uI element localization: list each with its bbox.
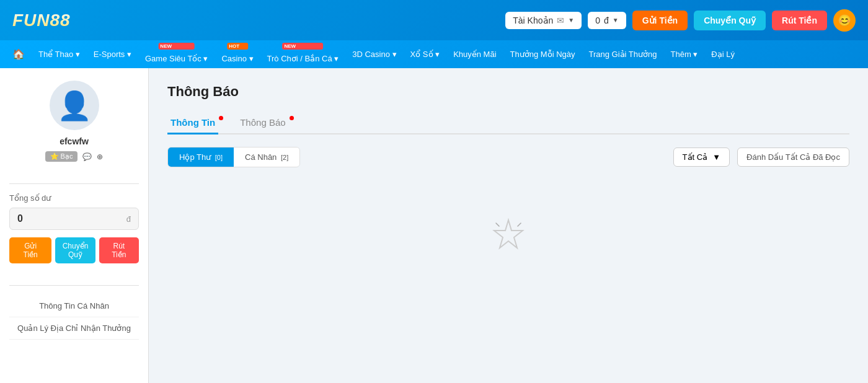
- balance-value: 0: [17, 213, 23, 224]
- nav-thuong-moi-ngay[interactable]: Thưởng Mỗi Ngày: [504, 40, 582, 68]
- avatar: 👤: [50, 81, 99, 130]
- balance-currency: đ: [604, 15, 609, 25]
- header-gui-tien-button[interactable]: Gửi Tiền: [632, 11, 688, 30]
- account-label: Tài Khoản: [513, 15, 553, 25]
- nav-esports[interactable]: E-Sports ▾: [87, 40, 138, 68]
- user-avatar-header[interactable]: 😊: [833, 9, 856, 32]
- rank-icon: ⭐: [50, 152, 59, 161]
- empty-star-icon: [490, 217, 527, 262]
- nav-trang-giai-thuong[interactable]: Trang Giải Thưởng: [582, 40, 663, 68]
- header-rut-tien-button[interactable]: Rút Tiền: [772, 11, 827, 30]
- tabs-container: Thông Tin Thông Báo: [167, 112, 849, 134]
- divider-bottom: [9, 285, 139, 286]
- logo: FUN88: [12, 11, 71, 30]
- filter-label: Tất Cả: [683, 152, 708, 162]
- currency-label: đ: [126, 214, 131, 224]
- user-badges: ⭐ Bạc 💬 ⊕: [45, 151, 104, 162]
- nav-game-sieu-toc[interactable]: NEW Game Siêu Tốc ▾: [139, 40, 214, 68]
- nav-home[interactable]: 🏠: [6, 40, 31, 68]
- nav-xo-so[interactable]: Xổ Số ▾: [404, 40, 446, 68]
- page-title: Thông Báo: [167, 84, 849, 100]
- avatar-icon: 👤: [57, 92, 92, 120]
- balance-amount: 0: [595, 15, 600, 25]
- tab-thong-bao-label: Thông Báo: [240, 117, 285, 128]
- mail-icon: ✉: [557, 15, 564, 25]
- empty-state: [167, 180, 849, 305]
- rank-label: Bạc: [61, 152, 73, 161]
- tab-thong-tin-dot: [219, 116, 223, 120]
- circle-icon[interactable]: ⊕: [97, 152, 103, 161]
- account-dropdown-arrow: ▼: [568, 17, 574, 24]
- header-chuyen-quy-button[interactable]: Chuyển Quỹ: [694, 11, 766, 30]
- nav-casino[interactable]: HOT Casino ▾: [215, 40, 259, 68]
- filter-dropdown[interactable]: Tất Cả ▼: [673, 147, 730, 167]
- tab-thong-tin[interactable]: Thông Tin: [167, 112, 218, 134]
- tab-thong-bao-dot: [290, 116, 294, 120]
- divider-top: [9, 183, 139, 184]
- sidebar-gui-tien-button[interactable]: Gửi Tiền: [9, 237, 51, 263]
- ca-nhan-count: [2]: [281, 154, 288, 161]
- hop-thu-count: [0]: [215, 154, 223, 161]
- nav-3d-casino[interactable]: 3D Casino ▾: [346, 40, 402, 68]
- nav-bar: 🏠 Thể Thao ▾ E-Sports ▾ NEW Game Siêu Tố…: [0, 40, 868, 68]
- nav-tro-choi[interactable]: NEW Trò Chơi / Bắn Cá ▾: [261, 40, 345, 68]
- sidebar-item-quan-ly[interactable]: Quản Lý Địa Chỉ Nhận Thưởng: [9, 317, 139, 340]
- sidebar: 👤 efcwfw ⭐ Bạc 💬 ⊕ Tổng số dư 0 đ Gửi Ti…: [0, 68, 149, 383]
- tab-thong-tin-label: Thông Tin: [170, 117, 215, 128]
- filter-row: Hộp Thư [0] Cá Nhân [2] Tất Cả ▼ Đánh Dấ…: [167, 147, 849, 167]
- inbox-tab-hop-thu[interactable]: Hộp Thư [0]: [168, 147, 234, 167]
- action-buttons: Gửi Tiền Chuyển Quỹ Rút Tiền: [9, 237, 139, 263]
- tab-thong-bao[interactable]: Thông Báo: [237, 112, 288, 134]
- sidebar-chuyen-quy-button[interactable]: Chuyển Quỹ: [55, 237, 95, 263]
- content-area: Thông Báo Thông Tin Thông Báo Hộp Thư [0…: [149, 68, 868, 383]
- inbox-tab-ca-nhan[interactable]: Cá Nhân [2]: [234, 147, 299, 167]
- filter-dropdown-arrow: ▼: [712, 152, 720, 162]
- main-layout: 👤 efcwfw ⭐ Bạc 💬 ⊕ Tổng số dư 0 đ Gửi Ti…: [0, 68, 868, 383]
- balance-dropdown-arrow: ▼: [613, 17, 619, 24]
- header: FUN88 Tài Khoản ✉ ▼ 0 đ ▼ Gửi Tiền Chuyể…: [0, 0, 868, 40]
- chat-icon[interactable]: 💬: [82, 152, 92, 161]
- nav-dai-ly[interactable]: Đại Lý: [705, 40, 741, 68]
- nav-them[interactable]: Thêm ▾: [664, 40, 704, 68]
- nav-khuyen-mai[interactable]: Khuyến Mãi: [447, 40, 502, 68]
- sidebar-rut-tien-button[interactable]: Rút Tiền: [99, 237, 139, 263]
- username: efcwfw: [60, 136, 89, 146]
- balance-dropdown[interactable]: 0 đ ▼: [588, 12, 626, 29]
- mark-all-button[interactable]: Đánh Dấu Tất Cả Đã Đọc: [737, 147, 849, 167]
- header-controls: Tài Khoản ✉ ▼ 0 đ ▼ Gửi Tiền Chuyển Quỹ …: [505, 9, 856, 32]
- rank-badge: ⭐ Bạc: [45, 151, 78, 162]
- sidebar-item-thong-tin[interactable]: Thông Tin Cá Nhân: [9, 295, 139, 317]
- account-dropdown[interactable]: Tài Khoản ✉ ▼: [505, 12, 582, 29]
- hop-thu-label: Hộp Thư: [179, 152, 211, 162]
- ca-nhan-label: Cá Nhân: [245, 152, 277, 162]
- balance-label: Tổng số dư: [9, 193, 51, 203]
- inbox-tabs: Hộp Thư [0] Cá Nhân [2]: [167, 147, 300, 167]
- nav-the-thao[interactable]: Thể Thao ▾: [32, 40, 86, 68]
- balance-box: 0 đ: [9, 208, 139, 230]
- sidebar-menu: Thông Tin Cá Nhân Quản Lý Địa Chỉ Nhận T…: [9, 295, 139, 340]
